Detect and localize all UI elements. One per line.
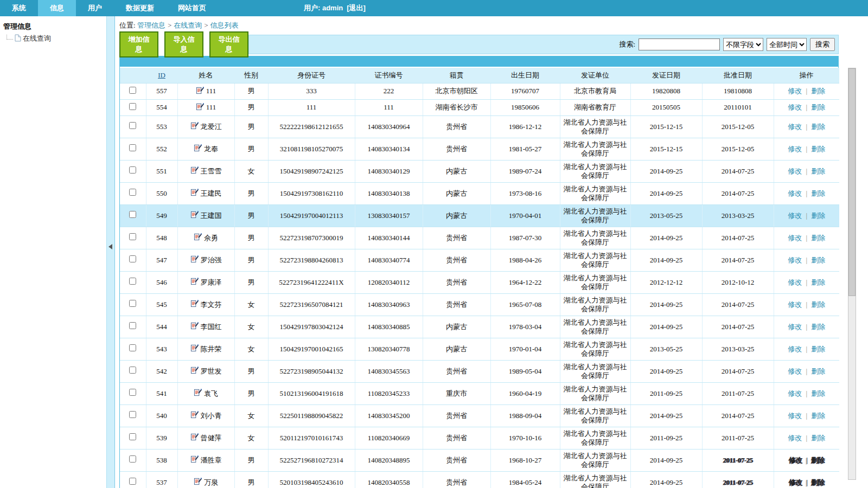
edit-link[interactable]: 修改 (788, 412, 802, 420)
tab-users[interactable]: 用户 (76, 0, 114, 16)
time-select[interactable]: 全部时间 (767, 38, 807, 51)
edit-link[interactable]: 修改 (789, 478, 802, 486)
row-checkbox[interactable] (129, 255, 136, 262)
export-info-button[interactable]: 导出信息 (209, 31, 248, 57)
delete-link[interactable]: 删除 (811, 345, 825, 353)
sidebar-item-online-query[interactable]: 在线查询 (5, 34, 103, 43)
edit-note-icon[interactable] (190, 121, 199, 132)
edit-note-icon[interactable] (190, 166, 199, 176)
row-checkbox[interactable] (129, 189, 136, 196)
delete-link[interactable]: 删除 (811, 300, 825, 309)
row-checkbox[interactable] (129, 211, 136, 218)
edit-note-icon[interactable] (190, 455, 199, 465)
edit-link[interactable]: 修改 (788, 234, 802, 242)
row-checkbox[interactable] (129, 344, 136, 351)
row-checkbox[interactable] (129, 455, 136, 463)
edit-note-icon[interactable] (190, 366, 199, 376)
edit-note-icon[interactable] (196, 102, 204, 113)
edit-note-icon[interactable] (196, 86, 204, 97)
breadcrumb-link-online-query[interactable]: 在线查询 (174, 21, 202, 29)
delete-link[interactable]: 删除 (811, 278, 825, 286)
id-sort-link[interactable]: ID (158, 71, 165, 79)
edit-link[interactable]: 修改 (788, 123, 802, 131)
delete-link[interactable]: 删除 (811, 123, 825, 131)
row-checkbox[interactable] (129, 122, 136, 129)
edit-link[interactable]: 修改 (788, 367, 802, 375)
edit-note-icon[interactable] (194, 477, 202, 487)
row-checkbox[interactable] (129, 322, 136, 329)
row-checkbox[interactable] (129, 278, 136, 285)
edit-link[interactable]: 修改 (788, 103, 802, 111)
row-checkbox[interactable] (129, 87, 136, 94)
row-checkbox[interactable] (129, 144, 136, 151)
row-checkbox[interactable] (129, 389, 136, 396)
edit-link[interactable]: 修改 (789, 456, 802, 464)
delete-link[interactable]: 删除 (811, 256, 825, 264)
delete-link[interactable]: 删除 (811, 189, 825, 197)
delete-link[interactable]: 删除 (811, 87, 825, 95)
edit-link[interactable]: 修改 (788, 167, 802, 175)
edit-link[interactable]: 修改 (788, 389, 802, 397)
tab-data-update[interactable]: 数据更新 (114, 0, 166, 16)
delete-link[interactable]: 删除 (811, 167, 825, 175)
delete-link[interactable]: 删除 (811, 456, 825, 464)
row-checkbox[interactable] (129, 300, 136, 307)
edit-link[interactable]: 修改 (788, 211, 802, 220)
tab-system[interactable]: 系统 (0, 0, 38, 16)
row-checkbox[interactable] (129, 367, 136, 374)
tab-info[interactable]: 信息 (38, 0, 76, 16)
breadcrumb-link-manage-info[interactable]: 管理信息 (137, 21, 165, 29)
sidebar-splitter[interactable] (106, 16, 115, 488)
collapse-left-arrow-icon[interactable] (108, 244, 112, 249)
breadcrumb-link-info-list[interactable]: 信息列表 (210, 21, 239, 29)
delete-link[interactable]: 删除 (811, 389, 825, 397)
row-checkbox[interactable] (129, 166, 136, 174)
delete-link[interactable]: 删除 (811, 103, 825, 111)
scrollbar-thumb[interactable] (848, 68, 856, 296)
row-checkbox[interactable] (129, 433, 136, 440)
edit-link[interactable]: 修改 (788, 145, 802, 153)
edit-note-icon[interactable] (190, 299, 199, 310)
edit-note-icon[interactable] (190, 433, 199, 443)
import-info-button[interactable]: 导入信息 (164, 31, 203, 57)
edit-link[interactable]: 修改 (788, 189, 802, 197)
row-checkbox[interactable] (129, 411, 136, 418)
delete-link[interactable]: 删除 (811, 323, 825, 331)
delete-link[interactable]: 删除 (811, 145, 825, 153)
delete-link[interactable]: 删除 (811, 234, 825, 242)
edit-link[interactable]: 修改 (788, 300, 802, 309)
edit-link[interactable]: 修改 (788, 323, 802, 331)
row-checkbox[interactable] (129, 233, 136, 240)
edit-note-icon[interactable] (194, 388, 202, 399)
edit-note-icon[interactable] (190, 210, 199, 221)
delete-link[interactable]: 删除 (811, 367, 825, 375)
cell-idcard: 520112197010161743 (268, 427, 355, 449)
field-select[interactable]: 不限字段 (723, 38, 763, 51)
logout-link[interactable]: [退出] (347, 0, 366, 16)
edit-note-icon[interactable] (190, 322, 199, 332)
row-checkbox[interactable] (129, 103, 136, 110)
edit-note-icon[interactable] (194, 144, 202, 154)
search-button[interactable]: 搜索 (810, 38, 835, 51)
cell-id: 539 (146, 427, 177, 449)
edit-link[interactable]: 修改 (788, 278, 802, 286)
row-checkbox[interactable] (129, 478, 136, 485)
edit-note-icon[interactable] (190, 410, 199, 421)
edit-note-icon[interactable] (190, 344, 199, 354)
delete-link[interactable]: 删除 (811, 434, 825, 442)
edit-link[interactable]: 修改 (788, 87, 802, 95)
edit-link[interactable]: 修改 (788, 434, 802, 442)
delete-link[interactable]: 删除 (811, 478, 825, 486)
add-info-button[interactable]: 增加信息 (119, 31, 158, 57)
edit-note-icon[interactable] (190, 277, 199, 287)
tab-site-home[interactable]: 网站首页 (166, 0, 218, 16)
delete-link[interactable]: 删除 (811, 211, 825, 220)
edit-link[interactable]: 修改 (788, 256, 802, 264)
edit-note-icon[interactable] (194, 233, 202, 243)
delete-link[interactable]: 删除 (811, 412, 825, 420)
edit-link[interactable]: 修改 (788, 345, 802, 353)
search-input[interactable] (639, 38, 720, 50)
edit-note-icon[interactable] (190, 255, 199, 265)
edit-note-icon[interactable] (190, 188, 199, 198)
vertical-scrollbar[interactable] (848, 68, 856, 480)
